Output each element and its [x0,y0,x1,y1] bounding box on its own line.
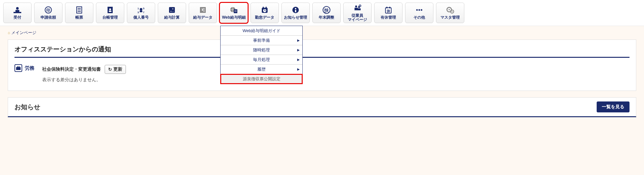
toolbar-notice[interactable]: お知らせ管理 [281,3,310,23]
breadcrumb-label: メインページ [11,30,36,36]
svg-text:×: × [172,7,174,10]
refresh-label: 更新 [113,66,122,72]
other-icon [415,6,424,14]
chevron-right-icon: ▶ [297,67,300,71]
svg-rect-39 [295,8,296,9]
toolbar-label: 給与データ [193,15,213,20]
news-panel: お知らせ 一覧を見る [8,97,636,117]
svg-text:1: 1 [137,7,139,10]
svg-text:7: 7 [143,11,145,14]
toolbar-yearend[interactable]: 扶年末調整 [312,3,341,23]
news-title: お知らせ [14,103,40,111]
toolbar-label: 勤怠データ [255,15,274,20]
svg-rect-33 [263,7,264,8]
svg-rect-40 [295,10,296,12]
dropdown-label: 事前準備 [253,38,270,43]
toolbar-mypage[interactable]: 従業員 マイページ [343,3,372,23]
svg-rect-2 [14,12,21,13]
dropdown-item[interactable]: 事前準備▶ [221,36,302,45]
svg-text:3: 3 [137,11,139,14]
toolbar-webpay[interactable]: Web給与明細 [220,3,248,23]
svg-point-10 [109,8,111,10]
master-icon [446,6,455,14]
svg-rect-50 [386,7,387,8]
mynumber-icon: 1537 [137,6,146,14]
dropdown-item[interactable]: 源泉徴収票公開設定 [221,74,302,84]
briefcase-icon [14,64,22,72]
dropdown-item[interactable]: Web給与明細ガイド [221,26,302,36]
chevron-right-icon: ▶ [297,48,300,52]
dropdown-label: Web給与明細ガイド [242,28,280,34]
toolbar-attend[interactable]: 勤怠データ [251,3,279,23]
dropdown-label: 毎月処理 [253,57,270,63]
dropdown-label: 履歴 [257,66,266,72]
svg-rect-46 [358,8,361,10]
refresh-icon: ↻ [108,67,112,72]
toolbar-label: お知らせ管理 [284,15,307,20]
badge-label: 労務 [25,65,34,71]
toolbar-ledger[interactable]: 台帳管理 [96,3,124,23]
toolbar-reception[interactable]: 受付 [3,3,32,23]
toolbar-master[interactable]: マスタ管理 [436,3,464,23]
toolbar-label: 年末調整 [319,15,334,20]
svg-text:扶: 扶 [324,8,329,13]
yearend-icon: 扶 [322,6,331,14]
dropdown-item[interactable]: 履歴▶ [221,65,302,74]
svg-point-43 [355,5,357,7]
svg-point-59 [452,11,453,12]
webpay-icon [229,6,238,14]
toolbar-paidleave[interactable]: 休有休管理 [374,3,402,23]
form-icon [75,6,84,14]
payroll-icon: ×+ − [167,6,176,14]
chevron-right-icon: ▶ [297,58,300,61]
svg-rect-1 [15,10,19,12]
svg-text:+ −: + − [170,10,174,13]
svg-point-53 [416,9,418,11]
notify-body: 表示する差分はありません。 [42,77,126,83]
dropdown-item[interactable]: 随時処理▶ [221,45,302,55]
toolbar-mynumber[interactable]: 1537個人番号 [127,3,155,23]
toolbar-label: 従業員 マイページ [348,13,367,22]
svg-text:印: 印 [46,8,50,13]
svg-point-57 [449,9,450,10]
dropdown-label: 源泉徴収票公開設定 [243,76,280,82]
svg-point-48 [360,5,360,6]
refresh-button[interactable]: ↻ 更新 [105,65,126,74]
svg-point-0 [16,7,19,10]
dropdown-item[interactable]: 毎月処理▶ [221,55,302,65]
chevron-right-icon: ▶ [297,39,300,42]
webpay-dropdown: Web給与明細ガイド事前準備▶随時処理▶毎月処理▶履歴▶源泉徴収票公開設定 [220,26,303,84]
toolbar-label: 台帳管理 [102,15,118,20]
svg-rect-34 [266,7,267,8]
svg-point-55 [421,9,422,11]
toolbar-label: マスタ管理 [440,15,460,20]
toolbar-label: Web給与明細 [222,15,245,20]
toolbar-label: 帳票 [75,15,83,20]
svg-point-54 [419,9,420,11]
toolbar-payroll[interactable]: ×+ −給与計算 [158,3,186,23]
svg-rect-29 [234,9,237,13]
toolbar-form[interactable]: 帳票 [65,3,93,23]
view-all-button[interactable]: 一覧を見る [597,101,630,112]
breadcrumb[interactable]: ⌂ メインページ [0,26,644,38]
toolbar-label: 給与計算 [164,15,180,20]
toolbar-other[interactable]: その他 [405,3,433,23]
notice-icon [291,6,300,14]
labor-badge: 労務 [14,64,34,72]
home-icon: ⌂ [8,31,10,35]
mypage-icon [353,4,362,12]
reception-icon [13,6,22,14]
toolbar-label: その他 [413,15,425,20]
payrolldata-icon: ¥ [198,6,207,14]
svg-point-14 [140,8,142,11]
svg-rect-45 [355,8,358,10]
ledger-icon [106,6,115,14]
notification-panel: オフィスステーションからの通知 労務 社会保険料決定・変更通知書 ↻ 更新 表示… [8,39,636,91]
toolbar-label: 個人番号 [133,15,149,20]
svg-rect-11 [109,11,111,12]
main-toolbar: 受付印申請依頼帳票台帳管理1537個人番号×+ −給与計算¥給与データWeb給与… [0,0,644,26]
svg-rect-60 [16,67,21,70]
toolbar-payrolldata[interactable]: ¥給与データ [189,3,217,23]
toolbar-request[interactable]: 印申請依頼 [34,3,62,23]
svg-text:5: 5 [143,7,145,10]
